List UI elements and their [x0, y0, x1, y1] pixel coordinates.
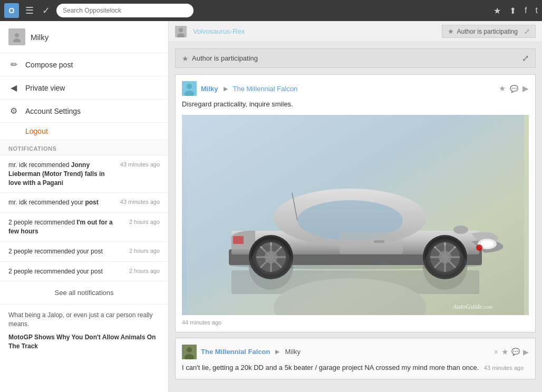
svg-point-4	[179, 28, 183, 32]
post-author-avatar	[182, 81, 197, 96]
private-icon: ◀	[8, 83, 19, 93]
notification-text: mr. idk recommended Jonny Lieberman (Mot…	[8, 161, 116, 187]
reply-header: The Millennial Falcon ▶ Milky × ★ 💬 ▶	[182, 345, 529, 359]
see-all-notifications-button[interactable]: See all notifications	[0, 281, 168, 305]
notification-text: 2 people recommended I'm out for a few h…	[8, 218, 125, 236]
reply-author-avatar	[182, 345, 197, 359]
post-image: AutoGuide.com	[182, 115, 529, 315]
notification-text: mr. idk recommended your post	[8, 198, 116, 207]
post-direction-arrow: ▶	[224, 85, 228, 92]
post-header-left: Milky ▶ The Millennial Falcon	[182, 81, 297, 96]
svg-point-41	[423, 246, 467, 290]
reply-comment-button[interactable]: 💬	[511, 348, 520, 356]
reply-author-link[interactable]: The Millennial Falcon	[201, 348, 270, 356]
svg-point-45	[187, 347, 192, 352]
post-body-text: Disregard practicality, inquire smiles.	[182, 99, 529, 110]
reply-close-button[interactable]: ×	[494, 348, 498, 356]
reply-to-user: Milky	[285, 348, 301, 356]
private-label: Private view	[25, 84, 65, 92]
author-participating-bar: ★ Author is participating ⤢	[175, 48, 536, 68]
user-row: Milky	[0, 21, 168, 53]
notification-text: 2 people recommended your post	[8, 247, 125, 256]
hamburger-icon[interactable]: ☰	[23, 3, 36, 18]
content-user-avatar	[175, 26, 187, 37]
post-container: ★ Author is participating ⤢ Milky ▶ The …	[169, 42, 542, 392]
sidebar-username: Milky	[31, 33, 49, 42]
notification-item: mr. idk recommended Jonny Lieberman (Mot…	[0, 155, 168, 193]
notification-time: 2 hours ago	[129, 247, 160, 254]
notification-item: mr. idk recommended your post 43 minutes…	[0, 193, 168, 213]
avatar	[8, 28, 25, 45]
reply-header-left: The Millennial Falcon ▶ Milky	[182, 345, 301, 359]
author-bar-left: ★ Author is participating	[182, 54, 258, 63]
reply-timestamp: 43 minutes ago	[484, 365, 524, 371]
reply-card: The Millennial Falcon ▶ Milky × ★ 💬 ▶ I …	[175, 338, 536, 380]
content-area: Volvosaurus-Rex ★ Author is participatin…	[169, 21, 542, 392]
top-bar-right: ★ ⬆ f t	[493, 6, 538, 16]
svg-point-17	[476, 244, 482, 251]
notification-item: 2 people recommended I'm out for a few h…	[0, 213, 168, 242]
svg-rect-21	[233, 236, 244, 244]
notification-time: 2 hours ago	[129, 267, 160, 274]
post-author-link[interactable]: Milky	[201, 85, 218, 93]
reply-star-button[interactable]: ★	[501, 347, 508, 357]
star-icon-small: ★	[448, 27, 454, 35]
notification-time: 43 minutes ago	[120, 161, 160, 168]
post-share-button[interactable]: ▶	[522, 84, 529, 93]
panel-title-small: Author is participating	[457, 28, 518, 35]
svg-point-1	[15, 33, 19, 37]
reply-body-text: I can't lie, getting a 20k DD and a 5k b…	[182, 362, 529, 373]
settings-icon: ⚙	[8, 106, 19, 116]
top-bar: O ☰ ✓ ★ ⬆ f t	[0, 0, 542, 21]
content-top-bar: Volvosaurus-Rex ★ Author is participatin…	[169, 21, 542, 42]
svg-point-16	[481, 240, 493, 248]
author-participating-bar-top[interactable]: ★ Author is participating ⤢	[442, 25, 536, 38]
post-actions: ★ 💬 ▶	[499, 84, 529, 93]
sidebar: Milky ✏ Compose post ◀ Private view ⚙ Ac…	[0, 21, 169, 392]
post-timestamp: 44 minutes ago	[182, 319, 529, 326]
author-bar-title: Author is participating	[192, 54, 258, 62]
footer-link-jalop[interactable]: What being a Jalop, or even just a car p…	[8, 311, 160, 329]
search-input[interactable]	[56, 4, 193, 17]
notification-text: 2 people recommended your post	[8, 267, 125, 276]
svg-text:AutoGuide.com: AutoGuide.com	[452, 302, 493, 310]
twitter-icon[interactable]: t	[536, 6, 538, 15]
compose-icon: ✏	[8, 60, 19, 70]
main-layout: Milky ✏ Compose post ◀ Private view ⚙ Ac…	[0, 21, 542, 392]
footer-link-motogp[interactable]: MotoGP Shows Why You Don't Allow Animals…	[8, 333, 160, 351]
notification-time: 2 hours ago	[129, 218, 160, 225]
post-comment-button[interactable]: 💬	[510, 85, 518, 93]
notification-item: 2 people recommended your post 2 hours a…	[0, 242, 168, 262]
notifications-header: NOTIFICATIONS	[0, 140, 168, 155]
post-channel-link[interactable]: The Millennial Falcon	[233, 85, 298, 93]
account-settings-label: Account Settings	[25, 107, 81, 115]
reply-share-button[interactable]: ▶	[523, 348, 529, 356]
post-star-button[interactable]: ★	[499, 84, 506, 93]
svg-point-20	[453, 226, 468, 234]
logo-icon[interactable]: O	[4, 3, 19, 18]
author-bar-expand-icon[interactable]: ⤢	[522, 53, 529, 63]
reply-direction-arrow: ▶	[275, 348, 279, 355]
compose-label: Compose post	[25, 61, 73, 69]
author-bar-star-icon: ★	[182, 54, 189, 63]
post-header: Milky ▶ The Millennial Falcon ★ 💬 ▶	[182, 81, 529, 96]
share-icon[interactable]: ⬆	[509, 6, 516, 16]
svg-rect-18	[340, 232, 403, 254]
check-icon[interactable]: ✓	[40, 3, 52, 18]
svg-rect-19	[374, 240, 384, 243]
sidebar-footer: What being a Jalop, or even just a car p…	[0, 305, 168, 357]
logout-item[interactable]: Logout	[0, 123, 168, 140]
post-card: Milky ▶ The Millennial Falcon ★ 💬 ▶ Disr…	[175, 74, 536, 332]
account-settings-menu-item[interactable]: ⚙ Account Settings	[0, 100, 168, 123]
svg-point-42	[249, 246, 293, 290]
private-view-menu-item[interactable]: ◀ Private view	[0, 76, 168, 100]
content-user-link[interactable]: Volvosaurus-Rex	[193, 27, 245, 35]
notification-time: 43 minutes ago	[120, 198, 160, 205]
facebook-icon[interactable]: f	[525, 6, 527, 15]
expand-icon-small[interactable]: ⤢	[524, 27, 530, 35]
compose-post-menu-item[interactable]: ✏ Compose post	[0, 53, 168, 76]
reply-actions: × ★ 💬 ▶	[494, 347, 529, 357]
svg-point-7	[187, 84, 192, 89]
star-icon[interactable]: ★	[493, 6, 501, 16]
notification-item: 2 people recommended your post 2 hours a…	[0, 262, 168, 282]
